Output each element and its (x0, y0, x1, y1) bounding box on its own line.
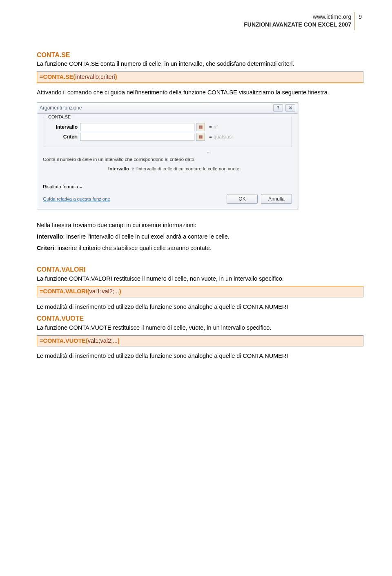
input-intervallo[interactable] (80, 123, 194, 131)
formula-prefix: =CONTA.VALORI( (40, 288, 89, 295)
formula-conta-vuote: =CONTA.VUOTE(val1;val2;...) (37, 335, 363, 347)
formula-suffix: ) (119, 288, 121, 295)
dialog-titlebar: Argomenti funzione ? ✕ (37, 103, 298, 114)
formula-prefix: =CONTA.VUOTE( (40, 337, 88, 344)
label-intervallo-text: Intervallo (37, 233, 63, 240)
formula-args: val1;val2;... (88, 337, 118, 344)
range-picker-icon[interactable]: ▦ (196, 133, 205, 141)
arg-desc-text: è l'intervallo di celle di cui contare l… (132, 166, 241, 171)
header-title: FUNZIONI AVANZATE CON EXCEL 2007 (244, 21, 351, 29)
text-post-dialog-1: Nella finestra troviamo due campi in cui… (37, 221, 363, 230)
heading-conta-se: CONTA.SE (37, 51, 363, 60)
help-link[interactable]: Guida relativa a questa funzione (43, 196, 110, 203)
range-picker-icon[interactable]: ▦ (196, 123, 205, 131)
text-post-dialog-2: Intervallo: inserire l'intervallo di cel… (37, 233, 363, 241)
label-intervallo: Intervallo (48, 124, 80, 130)
result-label: Risultato formula = (43, 184, 292, 190)
close-icon[interactable]: ✕ (285, 104, 295, 112)
fieldset-legend: CONTA.SE (47, 114, 72, 120)
header-url: www.ictime.org (244, 13, 351, 21)
text-after-conta-vuote: Le modalità di inserimento ed utilizzo d… (37, 352, 363, 360)
formula-suffix: ) (118, 337, 120, 344)
formula-conta-valori: =CONTA.VALORI(val1;val2;...) (37, 286, 363, 297)
text-intervallo-desc: : inserire l'intervallo di celle in cui … (63, 233, 229, 240)
input-criteri[interactable] (80, 133, 194, 141)
page-header: www.ictime.org FUNZIONI AVANZATE CON EXC… (37, 12, 363, 30)
text-after-conta-valori: Le modalità di inserimento ed utilizzo d… (37, 303, 363, 311)
page-number: 9 (355, 12, 363, 30)
text-intro-conta-se: La funzione CONTA.SE conta il numero di … (37, 60, 363, 68)
ok-button[interactable]: OK (227, 194, 258, 204)
text-intro-conta-valori: La funzione CONTA.VALORI restituisce il … (37, 275, 363, 283)
equals-sign: = (209, 124, 212, 130)
label-criteri-text: Criteri (37, 245, 54, 251)
text-post-dialog-3: Criteri: inserire il criterio che stabil… (37, 244, 363, 252)
arg-desc-label: Intervallo (108, 166, 129, 171)
result-equals: = (125, 149, 292, 155)
cancel-button[interactable]: Annulla (261, 194, 292, 204)
formula-conta-se: =CONTA.SE(intervallo;criteri) (37, 71, 363, 83)
dialog-title: Argomenti funzione (40, 105, 82, 111)
formula-args: intervallo;criteri (75, 74, 115, 80)
dialog-fieldset: CONTA.SE Intervallo ▦ = rif Criteri ▦ = … (43, 117, 292, 147)
formula-suffix: ) (115, 74, 117, 80)
text-criteri-desc: : inserire il criterio che stabilisce qu… (54, 245, 212, 251)
hint-rif: rif (214, 124, 218, 130)
dialog-arg-description: Intervallo è l'intervallo di celle di cu… (108, 166, 292, 172)
heading-conta-vuote: CONTA.VUOTE (37, 314, 363, 323)
text-intro-conta-vuote: La funzione CONTA.VUOTE restituisce il n… (37, 324, 363, 332)
hint-qualsiasi: qualsiasi (214, 134, 233, 140)
formula-args: val1;val2;... (89, 288, 119, 295)
dialog-argomenti-funzione: Argomenti funzione ? ✕ CONTA.SE Interval… (37, 102, 298, 209)
equals-sign: = (209, 134, 212, 140)
label-criteri: Criteri (48, 134, 80, 140)
heading-conta-valori: CONTA.VALORI (37, 265, 363, 274)
help-icon[interactable]: ? (273, 104, 283, 112)
formula-prefix: =CONTA.SE( (40, 74, 75, 80)
text-after-formula: Attivando il comando che ci guida nell'i… (37, 89, 363, 97)
dialog-description: Conta il numero di celle in un intervall… (43, 156, 292, 163)
